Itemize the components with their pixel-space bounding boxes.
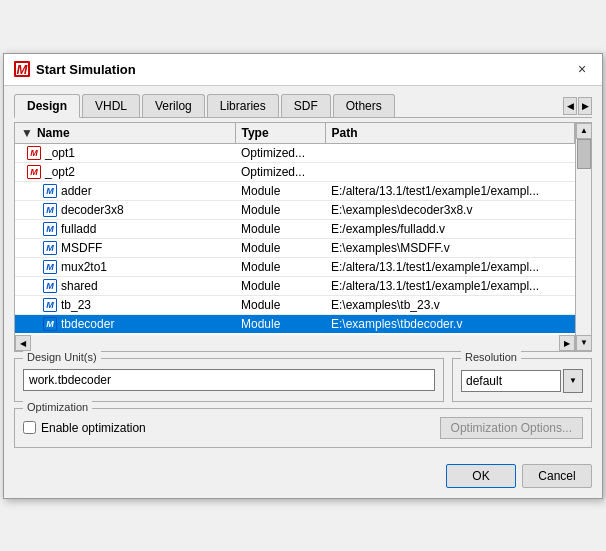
enable-optimization-wrap: Enable optimization <box>23 421 146 435</box>
col-header-name[interactable]: ▼Name <box>15 123 235 144</box>
v-scroll-thumb[interactable] <box>577 139 591 169</box>
cell-path <box>325 143 575 162</box>
dialog-body: Design VHDL Verilog Libraries SDF Others… <box>4 86 602 456</box>
tab-design[interactable]: Design <box>14 94 80 118</box>
optimization-options-button[interactable]: Optimization Options... <box>440 417 583 439</box>
enable-optimization-checkbox[interactable] <box>23 421 36 434</box>
module-icon: M <box>43 260 57 274</box>
cell-path: E:/altera/13.1/test1/example1/exampl... <box>325 257 575 276</box>
module-icon: M <box>43 222 57 236</box>
row-name-text: adder <box>61 184 92 198</box>
dialog-footer: OK Cancel <box>4 456 602 498</box>
cell-type: Module <box>235 238 325 257</box>
row-name-text: tb_23 <box>61 298 91 312</box>
table-row[interactable]: M _opt2 Optimized... <box>15 162 575 181</box>
tab-others[interactable]: Others <box>333 94 395 117</box>
cell-type: Module <box>235 200 325 219</box>
row-name-text: shared <box>61 279 98 293</box>
row-name-text: tbdecoder <box>61 317 114 331</box>
cell-type: Module <box>235 181 325 200</box>
cell-name: M fulladd <box>15 219 235 238</box>
cell-type: Optimized... <box>235 143 325 162</box>
resolution-dropdown-arrow[interactable]: ▼ <box>563 369 583 393</box>
module-icon: M <box>43 298 57 312</box>
cell-name: M tbdecoder <box>15 314 235 333</box>
tab-arrows: ◀ ▶ <box>563 97 592 117</box>
row-name-text: _opt1 <box>45 146 75 160</box>
row-name-text: MSDFF <box>61 241 102 255</box>
row-name-text: fulladd <box>61 222 96 236</box>
row-name-text: _opt2 <box>45 165 75 179</box>
cell-path: E:/altera/13.1/test1/example1/exampl... <box>325 181 575 200</box>
horizontal-scrollbar[interactable]: ◀ ▶ <box>15 335 575 351</box>
tab-scroll-right[interactable]: ▶ <box>578 97 592 115</box>
table-row[interactable]: M mux2to1 Module E:/altera/13.1/test1/ex… <box>15 257 575 276</box>
tab-vhdl[interactable]: VHDL <box>82 94 140 117</box>
cell-type: Module <box>235 276 325 295</box>
cell-name: M shared <box>15 276 235 295</box>
col-header-path[interactable]: Path <box>325 123 575 144</box>
table-row[interactable]: M tbdecoder Module E:\examples\tbdecoder… <box>15 314 575 333</box>
cell-path: E:\examples\tb_23.v <box>325 295 575 314</box>
cell-path: E:\examples\MSDFF.v <box>325 238 575 257</box>
cell-name: M tb_23 <box>15 295 235 314</box>
cell-name: M MSDFF <box>15 238 235 257</box>
table-row[interactable]: M shared Module E:/altera/13.1/test1/exa… <box>15 276 575 295</box>
design-unit-label: Design Unit(s) <box>23 351 101 363</box>
resolution-label: Resolution <box>461 351 521 363</box>
vertical-scrollbar[interactable]: ▲ ▼ <box>575 123 591 351</box>
tab-scroll-left[interactable]: ◀ <box>563 97 577 115</box>
module-icon: M <box>43 241 57 255</box>
h-scroll-track[interactable] <box>31 335 559 351</box>
resolution-select[interactable]: default 1ps 10ps 100ps 1ns 10ns <box>461 370 561 392</box>
bottom-sections: Design Unit(s) Resolution default 1ps 10… <box>14 358 592 402</box>
cell-path: E:/altera/13.1/test1/example1/exampl... <box>325 276 575 295</box>
app-icon: M <box>14 61 30 77</box>
table-main: ▼Name Type Path M _opt1 Optimized... M <box>15 123 575 351</box>
cancel-button[interactable]: Cancel <box>522 464 592 488</box>
cell-type: Module <box>235 314 325 333</box>
module-icon: M <box>43 203 57 217</box>
cell-name: M _opt1 <box>15 143 235 162</box>
close-button[interactable]: × <box>572 59 592 79</box>
cell-path: E:\examples\tbdecoder.v <box>325 314 575 333</box>
tab-sdf[interactable]: SDF <box>281 94 331 117</box>
tab-libraries[interactable]: Libraries <box>207 94 279 117</box>
resolution-select-wrap: default 1ps 10ps 100ps 1ns 10ns ▼ <box>461 369 583 393</box>
v-scroll-up-btn[interactable]: ▲ <box>576 123 592 139</box>
table-scroll-area[interactable]: ▼Name Type Path M _opt1 Optimized... M <box>15 123 575 335</box>
cell-type: Module <box>235 295 325 314</box>
cell-type: Module <box>235 219 325 238</box>
sort-icon: ▼ <box>21 126 33 140</box>
table-row[interactable]: M _opt1 Optimized... <box>15 143 575 162</box>
title-bar: M Start Simulation × <box>4 54 602 86</box>
module-icon: M <box>43 279 57 293</box>
table-row[interactable]: M tb_23 Module E:\examples\tb_23.v <box>15 295 575 314</box>
tab-verilog[interactable]: Verilog <box>142 94 205 117</box>
cell-name: M decoder3x8 <box>15 200 235 219</box>
cell-name: M mux2to1 <box>15 257 235 276</box>
start-simulation-dialog: M Start Simulation × Design VHDL Verilog… <box>3 53 603 499</box>
h-scroll-left-btn[interactable]: ◀ <box>15 335 31 351</box>
v-scroll-down-btn[interactable]: ▼ <box>576 335 592 351</box>
table-row[interactable]: M MSDFF Module E:\examples\MSDFF.v <box>15 238 575 257</box>
module-icon: M <box>43 184 57 198</box>
v-scroll-track[interactable] <box>576 139 591 335</box>
optimization-section: Optimization Enable optimization Optimiz… <box>14 408 592 448</box>
cell-type: Module <box>235 257 325 276</box>
cell-path: E:/examples/fulladd.v <box>325 219 575 238</box>
table-row[interactable]: M decoder3x8 Module E:\examples\decoder3… <box>15 200 575 219</box>
module-icon: M <box>27 146 41 160</box>
col-header-type[interactable]: Type <box>235 123 325 144</box>
cell-type: Optimized... <box>235 162 325 181</box>
design-unit-input[interactable] <box>23 369 435 391</box>
table-row[interactable]: M adder Module E:/altera/13.1/test1/exam… <box>15 181 575 200</box>
table-row[interactable]: M fulladd Module E:/examples/fulladd.v <box>15 219 575 238</box>
enable-optimization-label: Enable optimization <box>41 421 146 435</box>
cell-path: E:\examples\decoder3x8.v <box>325 200 575 219</box>
file-table: ▼Name Type Path M _opt1 Optimized... M <box>15 123 575 333</box>
ok-button[interactable]: OK <box>446 464 516 488</box>
cell-path <box>325 162 575 181</box>
title-left: M Start Simulation <box>14 61 136 77</box>
h-scroll-right-btn[interactable]: ▶ <box>559 335 575 351</box>
